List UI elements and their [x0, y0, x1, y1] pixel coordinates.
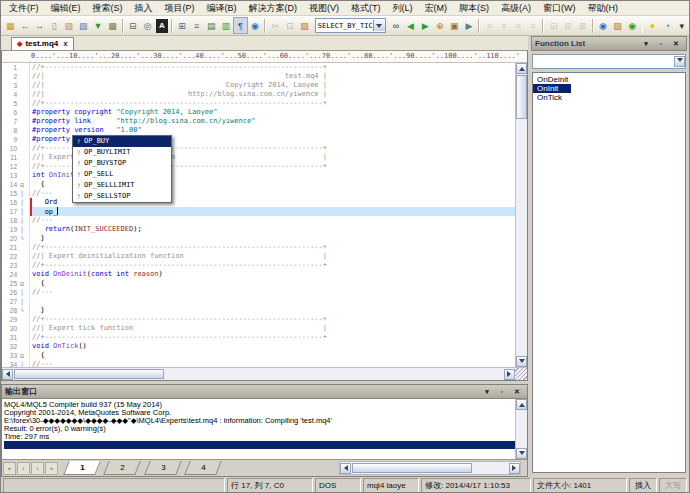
compiler-messages[interactable]: MQL4/MQL5 Compiler build 937 (15 May 201… — [2, 399, 515, 459]
bookmark-icon[interactable]: ⊕ — [432, 17, 447, 34]
editor-vertical-scrollbar[interactable] — [515, 63, 527, 367]
menu-item-5[interactable]: 项目(P) — [159, 2, 201, 15]
autocomplete-item[interactable]: ?OP_SELL — [73, 169, 171, 180]
font-icon[interactable]: A — [156, 19, 168, 33]
find-icon[interactable]: ∞ — [389, 17, 404, 34]
editor-horizontal-scrollbar[interactable] — [2, 367, 527, 380]
word-wrap-icon[interactable]: ¶ — [233, 17, 248, 34]
menu-item-9[interactable]: 格式(T) — [345, 2, 387, 15]
output-tab-1[interactable]: 1 — [63, 461, 101, 475]
tip-icon[interactable]: ● — [645, 17, 660, 34]
code-line[interactable]: //+-------------------------------------… — [30, 333, 515, 342]
code-line[interactable]: } — [30, 234, 515, 243]
menu-item-11[interactable]: 宏(M) — [419, 2, 454, 15]
image-tool-icon[interactable]: ▨ — [610, 17, 625, 34]
toolbar-overflow-icon[interactable]: ▾ — [674, 17, 689, 34]
paste-icon[interactable]: ▧ — [297, 17, 312, 34]
find-prev-icon[interactable]: ◀ — [403, 17, 418, 34]
scroll-down-icon[interactable] — [516, 356, 527, 367]
output-tab-4[interactable]: 4 — [185, 461, 223, 475]
toolbar-combo[interactable]: SELECT_BY_TIC — [315, 18, 386, 33]
first-tab-icon[interactable]: « — [3, 462, 16, 475]
navigate-back-icon[interactable]: ← — [18, 17, 33, 34]
ftp-icon[interactable]: ◉ — [625, 17, 640, 34]
code-line[interactable]: #property link "http://blog.sina.com.cn/… — [30, 117, 515, 126]
output-horizontal-scrollbar[interactable] — [339, 461, 521, 475]
chevron-down-icon[interactable] — [674, 56, 685, 67]
outline-icon[interactable]: ≡ — [189, 17, 204, 34]
scroll-right-icon[interactable] — [504, 369, 515, 380]
menu-item-1[interactable]: 文件(F) — [3, 2, 45, 15]
code-line[interactable]: void OnTick() — [30, 342, 515, 351]
code-line[interactable]: //+-------------------------------------… — [30, 315, 515, 324]
scroll-right-icon[interactable] — [509, 463, 520, 474]
menu-item-14[interactable]: 窗口(W) — [537, 2, 582, 15]
caps-lock-indicator[interactable]: 大写 — [659, 478, 687, 493]
menu-item-13[interactable]: 高级(A) — [495, 2, 537, 15]
output-message[interactable]: Time: 297 ms — [4, 433, 515, 441]
autocomplete-item[interactable]: ?OP_BUY — [73, 136, 171, 147]
save-file-icon[interactable]: ▼ — [91, 17, 106, 34]
menu-item-3[interactable]: 搜索(S) — [87, 2, 129, 15]
scroll-up-icon[interactable] — [516, 63, 527, 74]
code-line[interactable]: { — [30, 351, 515, 360]
vertical-scroll-thumb[interactable] — [516, 75, 527, 119]
autocomplete-item[interactable]: ?OP_SELLLIMIT — [73, 180, 171, 191]
code-line[interactable]: //| test.mq4 | — [30, 72, 515, 81]
document-tab[interactable]: ◆ test.mq4 x — [11, 37, 74, 50]
autocomplete-item[interactable]: ?OP_SELLSTOP — [73, 191, 171, 202]
scroll-left-icon[interactable] — [340, 463, 351, 474]
prev-tab-icon[interactable]: ‹ — [17, 462, 30, 475]
code-line[interactable]: //+-------------------------------------… — [30, 243, 515, 252]
scroll-up-icon[interactable] — [516, 399, 527, 410]
code-line[interactable]: //--- — [30, 216, 515, 225]
function-list-item-oninit[interactable]: OnInit — [533, 84, 571, 93]
menu-item-4[interactable]: 插入 — [129, 2, 159, 15]
autocomplete-item[interactable]: ?OP_BUYLIMIT — [73, 147, 171, 158]
code-line[interactable]: //--- — [30, 360, 515, 367]
panel-float-icon[interactable]: ▫ — [495, 386, 509, 398]
function-list-item-ondeinit[interactable]: OnDeinit — [533, 75, 685, 84]
new-file-icon[interactable]: ▯ — [47, 17, 62, 34]
code-line[interactable] — [30, 297, 515, 306]
browser-view-icon[interactable]: ◉ — [248, 17, 263, 34]
open-project-icon[interactable]: ▦ — [3, 17, 18, 34]
menu-item-7[interactable]: 解决方案(D) — [243, 2, 304, 15]
panel-menu-icon[interactable]: ▾ — [480, 386, 494, 398]
code-editor[interactable]: 0....'...10....'...20....'...30....'...4… — [1, 51, 528, 381]
insert-mode-toggle[interactable]: 插入 — [629, 478, 657, 493]
code-line[interactable]: //| http://blog.sina.com.cn/yiwence | — [30, 90, 515, 99]
print-icon[interactable]: ⊟ — [126, 17, 141, 34]
close-file-icon[interactable]: ▨ — [76, 17, 91, 34]
code-line[interactable]: } — [30, 306, 515, 315]
code-line[interactable]: //| Expert deinitialization function | — [30, 252, 515, 261]
browse-web-icon[interactable]: ◉ — [596, 17, 611, 34]
menu-item-12[interactable]: 脚本(S) — [453, 2, 495, 15]
output-message[interactable]: Result: 0 error(s), 0 warning(s) — [4, 425, 515, 433]
output-tab-2[interactable]: 2 — [104, 461, 142, 475]
output-tab-3[interactable]: 3 — [144, 461, 182, 475]
code-line[interactable]: //+-------------------------------------… — [30, 99, 515, 108]
code-line[interactable]: return(INIT_SUCCEEDED); — [30, 225, 515, 234]
resize-grip[interactable] — [515, 368, 527, 380]
autocomplete-item[interactable]: ?OP_BUYSTOP — [73, 158, 171, 169]
fold-collapse-icon[interactable]: ⊟ — [17, 351, 27, 360]
file-info-icon[interactable]: ▩ — [105, 17, 120, 34]
panel-close-icon[interactable]: ✕ — [669, 38, 683, 50]
menu-item-8[interactable]: 视图(V) — [303, 2, 345, 15]
output-message[interactable]: MQL4/MQL5 Compiler build 937 (15 May 201… — [4, 401, 515, 409]
horizontal-scroll-thumb[interactable] — [14, 369, 164, 379]
tag-list-icon[interactable]: ▤ — [204, 17, 219, 34]
next-tab-icon[interactable]: › — [31, 462, 44, 475]
code-line[interactable]: //| Copyright 2014, Laoyee | — [30, 81, 515, 90]
help-icon[interactable]: ◔ — [660, 17, 675, 34]
scroll-left-icon[interactable] — [2, 369, 13, 380]
scroll-down-icon[interactable] — [516, 448, 527, 459]
function-filter-combo[interactable] — [532, 54, 686, 69]
code-line[interactable]: op_ — [30, 207, 515, 216]
goto-icon[interactable]: ▣ — [447, 17, 462, 34]
code-line[interactable]: #property version "1.00" — [30, 126, 515, 135]
menu-item-2[interactable]: 编辑(E) — [45, 2, 87, 15]
code-line[interactable]: { — [30, 279, 515, 288]
column-mode-icon[interactable]: ▥ — [219, 17, 234, 34]
